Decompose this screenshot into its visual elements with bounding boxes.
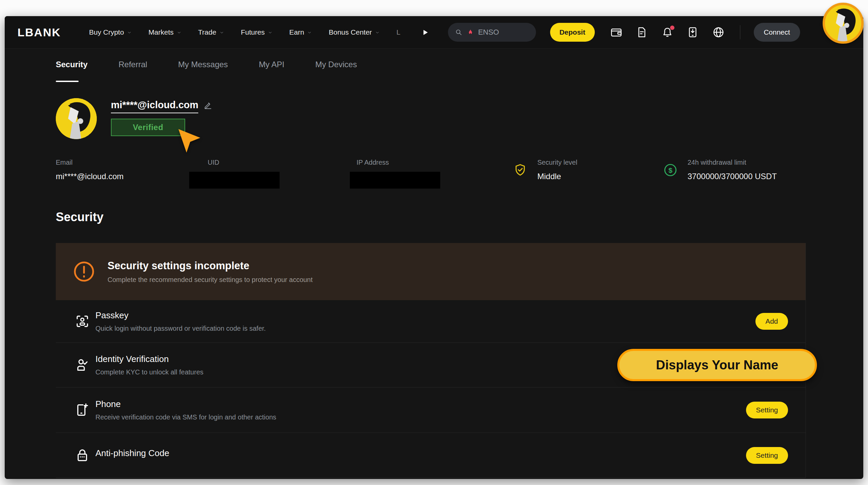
security-level-label: Security level — [537, 159, 577, 166]
more-arrow-icon — [424, 30, 428, 35]
withdrawal-limit-label: 24h withdrawal limit — [687, 159, 777, 166]
dollar-circle-icon: $ — [663, 163, 678, 177]
profile-identity: mi****@icloud.com Verified — [111, 98, 212, 139]
nav-item-earn[interactable]: Earn — [289, 28, 312, 36]
profile-header: mi****@icloud.com Verified — [56, 98, 806, 139]
nav-item-trade[interactable]: Trade — [198, 28, 224, 36]
svg-text:$: $ — [669, 166, 673, 174]
main-menu: Buy Crypto Markets Trade Futures Earn Bo… — [89, 28, 428, 36]
passkey-title: Passkey — [95, 310, 266, 321]
nav-item-truncated[interactable]: L — [397, 28, 402, 36]
phone-plus-icon — [74, 402, 90, 418]
security-level-value: Middle — [537, 172, 577, 181]
nav-item-bonus-center[interactable]: Bonus Center — [329, 28, 379, 36]
email-label: Email — [56, 159, 189, 166]
deposit-button[interactable]: Deposit — [550, 23, 595, 42]
phone-texts: Phone Receive verification code via SMS … — [95, 399, 276, 421]
warning-exclamation-icon — [72, 260, 95, 283]
info-security-level: Security level Middle — [513, 159, 663, 181]
nav-item-futures[interactable]: Futures — [241, 28, 273, 36]
security-row-phone: Phone Receive verification code via SMS … — [56, 388, 806, 433]
nav-divider — [740, 25, 740, 39]
anti-phishing-texts: Anti-phishing Code — [95, 448, 169, 462]
anti-phishing-title: Anti-phishing Code — [95, 448, 169, 458]
lbank-logo[interactable]: LBANK — [18, 26, 61, 39]
connect-button[interactable]: Connect — [754, 23, 800, 42]
search-trending-term: ENSO — [478, 28, 499, 37]
search-input[interactable]: ENSO — [448, 23, 536, 42]
search-icon — [455, 28, 463, 36]
phone-setting-button[interactable]: Setting — [746, 402, 788, 419]
nav-item-markets[interactable]: Markets — [149, 28, 182, 36]
identity-description: Complete KYC to unlock all features — [95, 368, 203, 376]
account-info-row: Email mi****@icloud.com UID IP Address S… — [56, 159, 806, 188]
tab-security[interactable]: Security — [56, 60, 88, 82]
alert-texts: Security settings incomplete Complete th… — [107, 260, 312, 284]
displays-your-name-callout[interactable]: Displays Your Name — [617, 349, 817, 381]
security-section-title: Security — [56, 210, 806, 224]
uid-label: UID — [208, 159, 350, 166]
info-ip: IP Address — [350, 159, 513, 188]
orders-document-icon[interactable] — [636, 26, 648, 38]
chevron-down-icon — [268, 30, 273, 35]
security-row-anti-phishing: *** Anti-phishing Code Setting — [56, 433, 806, 478]
tab-my-api[interactable]: My API — [259, 60, 284, 82]
phone-description: Receive verification code via SMS for lo… — [95, 414, 276, 421]
passkey-face-scan-icon — [74, 313, 90, 329]
notifications-bell-icon[interactable] — [661, 26, 674, 38]
verified-status-badge: Verified — [111, 119, 185, 136]
lock-asterisks-icon: *** — [74, 448, 90, 463]
language-globe-icon[interactable] — [712, 26, 724, 38]
wallet-icon[interactable] — [610, 26, 622, 38]
chevron-down-icon — [177, 30, 182, 35]
person-check-icon — [74, 357, 90, 373]
nav-more-arrow[interactable] — [424, 30, 428, 35]
shield-check-icon — [513, 163, 527, 177]
passkey-description: Quick login without password or verifica… — [95, 325, 266, 332]
cursor-pointer-arrow — [177, 128, 202, 155]
identity-texts: Identity Verification Complete KYC to un… — [95, 354, 203, 376]
alert-title: Security settings incomplete — [107, 260, 312, 272]
profile-avatar — [56, 98, 97, 139]
security-row-identity-verification: Identity Verification Complete KYC to un… — [56, 343, 806, 388]
lbank-security-page: LBANK Buy Crypto Markets Trade Futures E… — [5, 16, 863, 479]
user-avatar[interactable] — [823, 3, 864, 44]
nav-item-buy-crypto[interactable]: Buy Crypto — [89, 28, 132, 36]
alert-description: Complete the recommended security settin… — [107, 276, 312, 284]
tab-referral[interactable]: Referral — [119, 60, 147, 82]
withdrawal-limit-value: 3700000/3700000 USDT — [687, 172, 777, 181]
security-row-passkey: Passkey Quick login without password or … — [56, 300, 806, 343]
svg-text:***: *** — [80, 455, 85, 460]
info-uid: UID — [189, 159, 350, 188]
nav-icon-cluster — [610, 26, 724, 38]
info-email: Email mi****@icloud.com — [56, 159, 189, 181]
phone-title: Phone — [95, 399, 276, 410]
security-settings-panel: Security settings incomplete Complete th… — [56, 243, 806, 478]
tab-my-devices[interactable]: My Devices — [315, 60, 357, 82]
passkey-add-button[interactable]: Add — [755, 313, 788, 330]
uid-redacted-value — [189, 172, 280, 188]
chevron-down-icon — [375, 30, 380, 35]
masked-email: mi****@icloud.com — [111, 99, 198, 113]
security-alert-banner: Security settings incomplete Complete th… — [56, 243, 806, 300]
info-withdrawal-limit: $ 24h withdrawal limit 3700000/3700000 U… — [663, 159, 806, 181]
app-download-icon[interactable] — [687, 26, 699, 38]
email-value: mi****@icloud.com — [56, 172, 189, 181]
tab-my-messages[interactable]: My Messages — [178, 60, 228, 82]
edit-nickname-icon[interactable] — [204, 101, 212, 110]
chevron-down-icon — [307, 30, 312, 35]
passkey-texts: Passkey Quick login without password or … — [95, 310, 266, 332]
chevron-down-icon — [127, 30, 132, 35]
security-page-content: Security Referral My Messages My API My … — [5, 49, 863, 478]
notification-badge-dot — [670, 26, 675, 30]
ip-label: IP Address — [356, 159, 513, 166]
top-navigation-bar: LBANK Buy Crypto Markets Trade Futures E… — [5, 16, 863, 49]
anti-phishing-setting-button[interactable]: Setting — [746, 447, 788, 464]
ip-redacted-value — [350, 172, 440, 188]
identity-title: Identity Verification — [95, 354, 203, 364]
account-tabs: Security Referral My Messages My API My … — [56, 60, 806, 82]
chevron-down-icon — [219, 30, 224, 35]
flame-icon — [467, 28, 474, 37]
